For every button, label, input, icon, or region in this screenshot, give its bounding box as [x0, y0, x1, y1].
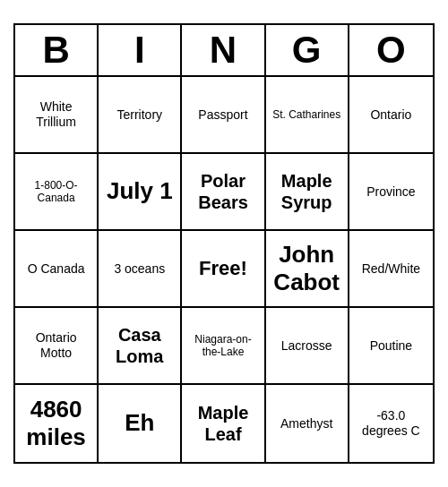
header-letter-g: G: [266, 25, 349, 75]
bingo-cell-6: July 1: [99, 154, 182, 231]
bingo-cell-16: Casa Loma: [99, 308, 182, 385]
bingo-cell-2: Passport: [182, 77, 265, 154]
bingo-cell-14: Red/White: [349, 231, 433, 308]
bingo-cell-23: Amethyst: [266, 385, 349, 462]
bingo-cell-7: Polar Bears: [182, 154, 265, 231]
bingo-cell-1: Territory: [99, 77, 182, 154]
header-letter-b: B: [15, 25, 99, 75]
bingo-header: BINGO: [15, 25, 433, 77]
header-letter-n: N: [182, 25, 265, 75]
bingo-cell-3: St. Catharines: [266, 77, 349, 154]
bingo-card: BINGO White TrilliumTerritoryPassportSt.…: [13, 23, 435, 464]
bingo-cell-4: Ontario: [349, 77, 433, 154]
bingo-cell-10: O Canada: [15, 231, 99, 308]
header-letter-o: O: [349, 25, 433, 75]
bingo-cell-20: 4860 miles: [15, 385, 99, 462]
bingo-cell-17: Niagara-on-the-Lake: [182, 308, 265, 385]
bingo-cell-22: Maple Leaf: [182, 385, 265, 462]
bingo-grid: White TrilliumTerritoryPassportSt. Catha…: [15, 77, 433, 462]
bingo-cell-19: Poutine: [349, 308, 433, 385]
bingo-cell-12: Free!: [182, 231, 265, 308]
bingo-cell-18: Lacrosse: [266, 308, 349, 385]
header-letter-i: I: [99, 25, 182, 75]
bingo-cell-0: White Trillium: [15, 77, 99, 154]
bingo-cell-5: 1-800-O-Canada: [15, 154, 99, 231]
bingo-cell-11: 3 oceans: [99, 231, 182, 308]
bingo-cell-8: Maple Syrup: [266, 154, 349, 231]
bingo-cell-24: -63.0 degrees C: [349, 385, 433, 462]
bingo-cell-9: Province: [349, 154, 433, 231]
bingo-cell-15: Ontario Motto: [15, 308, 99, 385]
bingo-cell-21: Eh: [99, 385, 182, 462]
bingo-cell-13: John Cabot: [266, 231, 349, 308]
